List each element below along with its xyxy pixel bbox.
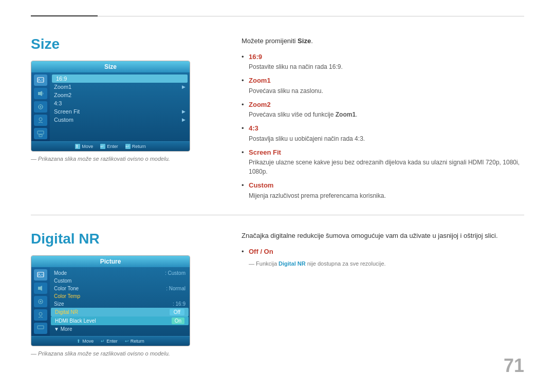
dnr-custom-label: Custom <box>54 278 186 284</box>
size-term-169: 16:9 <box>249 53 262 61</box>
size-footer-enter-label: Enter <box>107 144 118 149</box>
size-bullet-custom: Custom Mijenja razlučivost prema prefere… <box>242 180 524 200</box>
dnr-size-value: : 16:9 <box>173 301 186 307</box>
svg-point-20 <box>39 312 42 315</box>
size-title: Size <box>31 36 221 52</box>
digital-nr-bullet-offon: Off / On <box>242 247 524 257</box>
section-separator <box>31 215 524 215</box>
digital-nr-menu-icons <box>31 267 50 336</box>
dnr-footer-return-label: Return <box>131 339 144 344</box>
size-bullet-43: 4:3 Postavlja sliku u uobičajeni način r… <box>242 123 524 143</box>
dnr-footer-enter-label: Enter <box>106 339 118 344</box>
digital-nr-tv-menu: Picture <box>31 255 190 346</box>
size-desc-screenfit: Prikazuje ulazne scene kakve jesu bez od… <box>249 158 524 176</box>
icon-sound <box>34 88 47 99</box>
icon-support <box>34 115 47 126</box>
dnr-hdmi-value: On <box>172 318 184 324</box>
size-tv-menu: Size <box>31 61 190 152</box>
svg-rect-16 <box>38 287 40 290</box>
dnr-item-custom: Custom <box>50 277 190 285</box>
digital-nr-left-col: Digital NR Picture <box>31 226 221 357</box>
dnr-item-digitalnr: Digital NR Off <box>51 308 189 316</box>
svg-point-19 <box>40 301 42 302</box>
size-menu-icons <box>31 72 50 141</box>
size-term-custom: Custom <box>249 181 273 189</box>
dnr-digitalnr-label: Digital NR <box>55 309 170 315</box>
enter-icon: ↵ <box>100 144 105 149</box>
size-term-43: 4:3 <box>249 124 258 132</box>
digital-nr-bullet-list: Off / On <box>242 247 524 257</box>
size-item-screenfit-arrow: ▶ <box>182 109 186 114</box>
size-term-zoom1: Zoom1 <box>249 77 271 84</box>
digital-nr-menu-footer: ⬆ Move ↵ Enter ↩ Return <box>31 336 190 346</box>
dnr-item-mode: Mode : Custom <box>50 269 190 277</box>
svg-point-5 <box>40 106 42 108</box>
dnr-footer-move: ⬆ Move <box>77 339 94 344</box>
border-light <box>98 16 524 16</box>
size-footer-return-label: Return <box>132 144 146 149</box>
size-bullet-screenfit: Screen Fit Prikazuje ulazne scene kakve … <box>242 147 524 177</box>
size-item-43: 4:3 <box>50 99 190 107</box>
dnr-footer-move-label: Move <box>82 339 94 344</box>
size-footer-enter: ↵ Enter <box>100 144 118 149</box>
svg-rect-2 <box>38 92 40 95</box>
size-footer-move-label: Move <box>82 144 93 149</box>
size-item-zoom2: Zoom2 <box>50 91 190 99</box>
size-desc-zoom2: Povećava sliku više od funkcije Zoom1. <box>249 110 524 119</box>
size-right-col: Možete promijeniti Size. 16:9 Postavite … <box>242 31 524 204</box>
size-item-screenfit-label: Screen Fit <box>54 108 80 115</box>
dnr-enter-icon: ↵ <box>101 339 105 344</box>
digital-nr-section: Digital NR Picture <box>31 226 524 357</box>
move-icon: ⬆ <box>75 144 80 149</box>
dnr-colortone-label: Color Tone <box>54 286 166 291</box>
page-number: 71 <box>504 355 524 377</box>
dnr-item-more: ▼ More <box>50 325 190 333</box>
dnr-more-label: ▼ More <box>54 326 186 332</box>
size-section: Size Size <box>31 31 524 204</box>
dnr-digitalnr-value: Off <box>170 309 184 315</box>
size-bullet-169: 16:9 Postavite sliku na način rada 16:9. <box>242 52 524 72</box>
page-container: Size Size <box>0 0 555 392</box>
dnr-colortone-value: : Normal <box>166 286 186 291</box>
size-bullet-zoom1: Zoom1 Povećava sliku na zaslonu. <box>242 76 524 96</box>
dnr-return-icon: ↩ <box>125 339 129 344</box>
size-desc-custom: Mijenja razlučivost prema preferencama k… <box>249 191 524 200</box>
size-item-169: 16:9 <box>52 74 188 83</box>
svg-point-10 <box>39 118 42 121</box>
digital-nr-note-line: Funkcija Digital NR nije dostupna za sve… <box>242 260 524 267</box>
size-bullet-zoom2: Zoom2 Povećava sliku više od funkcije Zo… <box>242 100 524 120</box>
size-desc-169: Postavite sliku na način rada 16:9. <box>249 62 524 71</box>
size-footer-return: ↩ Return <box>125 144 146 149</box>
size-item-zoom1-arrow: ▶ <box>182 84 186 89</box>
dnr-item-colortone: Color Tone : Normal <box>50 285 190 292</box>
size-menu-footer: ⬆ Move ↵ Enter ↩ Return <box>31 141 190 151</box>
digital-nr-menu-body: Mode : Custom Custom Color Tone : Normal <box>31 267 190 336</box>
size-item-custom-arrow: ▶ <box>182 117 186 122</box>
size-bullet-list: 16:9 Postavite sliku na način rada 16:9.… <box>242 52 524 200</box>
size-term-screenfit: Screen Fit <box>249 148 281 156</box>
size-desc-zoom1: Povećava sliku na zaslonu. <box>249 86 524 96</box>
top-border <box>31 15 524 16</box>
digital-nr-term-offon: Off / On <box>249 248 273 255</box>
size-item-zoom1-label: Zoom1 <box>54 84 71 90</box>
digital-nr-title: Digital NR <box>31 231 221 247</box>
dnr-icon-picture <box>34 269 47 281</box>
size-item-screenfit: Screen Fit ▶ <box>50 107 190 116</box>
dnr-icon-sound <box>34 283 47 294</box>
dnr-hdmi-label: HDMI Black Level <box>55 318 172 324</box>
size-intro-bold: Size <box>298 37 311 45</box>
size-term-zoom2: Zoom2 <box>249 101 271 108</box>
dnr-icon-network <box>34 323 47 334</box>
size-item-zoom2-label: Zoom2 <box>54 92 71 98</box>
dnr-item-hdmi: HDMI Black Level On <box>51 316 189 325</box>
svg-marker-17 <box>40 286 42 291</box>
digital-nr-intro: Značajka digitalne redukcije šumova omog… <box>242 231 524 241</box>
return-icon: ↩ <box>125 144 131 149</box>
size-item-43-label: 4:3 <box>54 100 62 106</box>
size-menu-body: 16:9 Zoom1 ▶ Zoom2 4:3 <box>31 72 190 141</box>
dnr-size-label: Size <box>54 301 173 307</box>
size-item-zoom1: Zoom1 ▶ <box>50 83 190 91</box>
size-menu-header: Size <box>31 61 190 72</box>
size-item-169-label: 16:9 <box>56 76 67 82</box>
size-item-custom: Custom ▶ <box>50 116 190 124</box>
